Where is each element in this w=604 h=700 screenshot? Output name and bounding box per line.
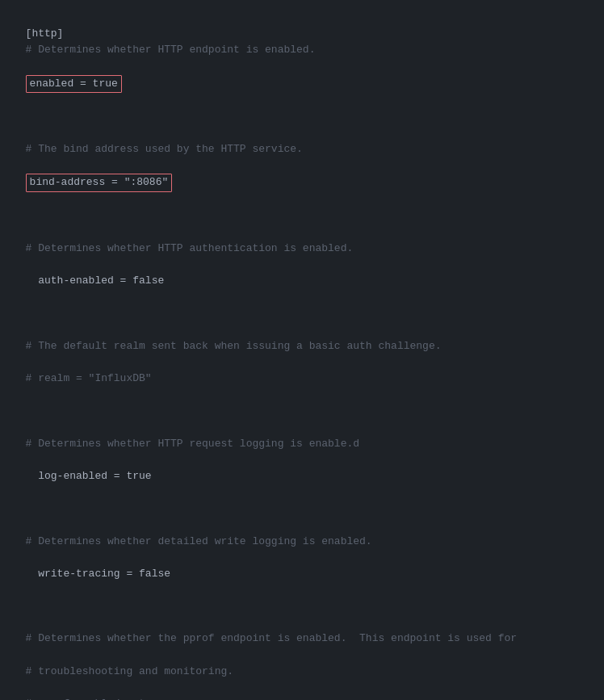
bind-address-setting: bind-address = ":8086" — [26, 174, 173, 191]
line-9 — [13, 306, 591, 322]
section-header: [http] — [26, 27, 64, 40]
line-1: # Determines whether HTTP endpoint is en… — [13, 42, 591, 58]
line-14: log-enabled = true — [13, 468, 591, 484]
line-4: # The bind address used by the HTTP serv… — [13, 141, 591, 157]
line-19: # Determines whether the pprof endpoint … — [13, 631, 591, 647]
line-15 — [13, 501, 591, 517]
line-2: enabled = true — [13, 75, 591, 93]
line-21: # pprof-enabled = true — [13, 696, 591, 700]
enabled-setting: enabled = true — [26, 75, 122, 93]
code-editor: [http] # Determines whether HTTP endpoin… — [13, 10, 591, 700]
line-20: # troubleshooting and monitoring. — [13, 664, 591, 680]
line-6 — [13, 208, 591, 224]
line-16: # Determines whether detailed write logg… — [13, 534, 591, 550]
line-3 — [13, 109, 591, 125]
line-8: auth-enabled = false — [13, 273, 591, 289]
line-13: # Determines whether HTTP request loggin… — [13, 436, 591, 452]
line-12 — [13, 403, 591, 419]
line-11: # realm = "InfluxDB" — [13, 371, 591, 387]
line-10: # The default realm sent back when issui… — [13, 338, 591, 354]
line-5: bind-address = ":8086" — [13, 174, 591, 191]
line-7: # Determines whether HTTP authentication… — [13, 241, 591, 257]
line-17: write-tracing = false — [13, 566, 591, 582]
line-18 — [13, 598, 591, 614]
